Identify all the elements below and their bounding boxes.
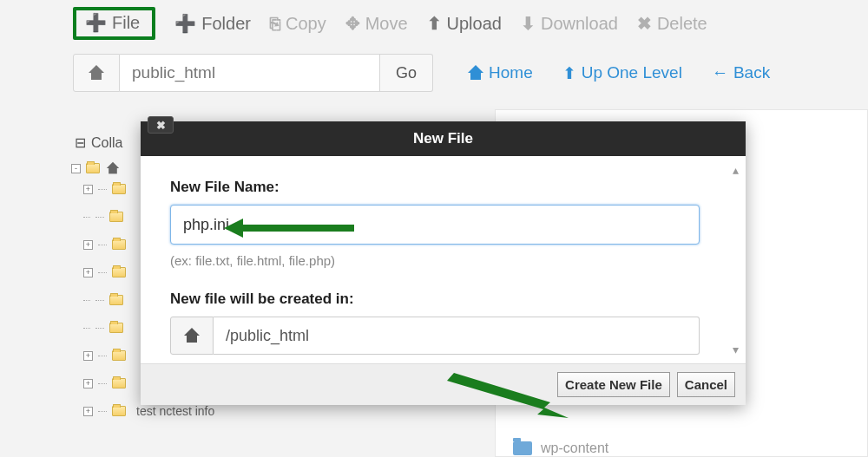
path-input[interactable] xyxy=(120,54,380,92)
upload-button[interactable]: ⬆ Upload xyxy=(427,13,502,34)
home-icon xyxy=(184,329,200,343)
download-icon: ⬇ xyxy=(521,13,536,34)
file-name-hint: (ex: file.txt, file.html, file.php) xyxy=(170,253,716,268)
folder-icon xyxy=(112,184,126,194)
download-button-label: Download xyxy=(541,14,618,34)
folder-button-label: Folder xyxy=(201,14,251,34)
top-toolbar: ➕ File ➕ Folder ⎘ Copy ✥ Move ⬆ Upload ⬇… xyxy=(0,0,868,54)
close-icon: ✖ xyxy=(156,119,166,132)
copy-icon: ⎘ xyxy=(270,14,280,34)
nav-home-link[interactable]: Home xyxy=(468,63,533,82)
folder-icon xyxy=(109,212,123,222)
delete-button-label: Delete xyxy=(657,14,707,34)
copy-button[interactable]: ⎘ Copy xyxy=(270,14,326,34)
nav-back-link[interactable]: ← Back xyxy=(712,63,770,82)
expand-toggle-icon[interactable]: - xyxy=(71,164,81,173)
plus-icon: ➕ xyxy=(85,12,107,33)
go-button[interactable]: Go xyxy=(380,54,433,92)
location-home-button[interactable] xyxy=(170,317,214,355)
file-button-highlight: ➕ File xyxy=(73,7,155,40)
file-button[interactable]: ➕ File xyxy=(85,12,140,33)
list-item[interactable]: wp-content xyxy=(513,441,608,456)
expand-toggle-icon[interactable]: + xyxy=(83,268,93,277)
home-icon xyxy=(89,66,104,80)
upload-button-label: Upload xyxy=(447,14,502,34)
folder-icon xyxy=(112,406,126,416)
close-button[interactable]: ✖ xyxy=(148,116,174,134)
scroll-up-icon[interactable]: ▴ xyxy=(733,163,739,177)
arrow-up-icon: ⬆ xyxy=(562,63,576,83)
new-file-dialog: ✖ New File ▴ New File Name: (ex: file.tx… xyxy=(141,121,746,405)
expand-toggle-icon[interactable]: + xyxy=(83,351,93,361)
move-button-label: Move xyxy=(365,14,408,34)
nav-up-label: Up One Level xyxy=(582,63,682,82)
location-row: /public_html xyxy=(170,317,716,355)
folder-icon xyxy=(112,378,126,388)
folder-icon xyxy=(112,267,126,277)
location-path: /public_html xyxy=(214,317,700,355)
dialog-footer: Create New File Cancel xyxy=(141,363,746,405)
cancel-button[interactable]: Cancel xyxy=(677,372,735,397)
folder-icon xyxy=(112,239,126,250)
path-home-button[interactable] xyxy=(73,54,120,92)
list-item-label: wp-content xyxy=(541,441,608,456)
path-bar: Go Home ⬆ Up One Level ← Back xyxy=(0,54,868,106)
scroll-down-icon[interactable]: ▾ xyxy=(733,343,739,356)
dialog-title: New File xyxy=(413,130,473,147)
move-button[interactable]: ✥ Move xyxy=(345,13,408,34)
collapse-icon: ⊟ xyxy=(75,134,86,151)
file-name-label: New File Name: xyxy=(170,179,716,196)
create-new-file-button[interactable]: Create New File xyxy=(557,372,670,397)
location-label: New file will be created in: xyxy=(170,291,716,308)
nav-back-label: Back xyxy=(733,63,770,82)
nav-links: Home ⬆ Up One Level ← Back xyxy=(468,54,770,92)
upload-icon: ⬆ xyxy=(427,13,442,34)
home-icon xyxy=(468,66,483,80)
folder-icon xyxy=(109,295,123,305)
file-button-label: File xyxy=(112,13,140,33)
delete-icon: ✖ xyxy=(637,13,652,34)
folder-icon xyxy=(112,350,126,361)
expand-toggle-icon[interactable]: + xyxy=(83,407,93,416)
move-icon: ✥ xyxy=(345,13,360,34)
expand-toggle-icon[interactable]: + xyxy=(83,240,93,250)
dialog-body: ▴ New File Name: (ex: file.txt, file.htm… xyxy=(141,156,746,363)
copy-button-label: Copy xyxy=(286,14,326,34)
file-name-input[interactable] xyxy=(170,205,700,245)
expand-toggle-icon[interactable]: + xyxy=(83,379,93,388)
dialog-titlebar: ✖ New File xyxy=(141,121,746,156)
folder-icon xyxy=(86,163,100,173)
plus-icon: ➕ xyxy=(174,13,196,34)
home-icon xyxy=(107,163,119,174)
nav-up-link[interactable]: ⬆ Up One Level xyxy=(562,63,682,83)
delete-button[interactable]: ✖ Delete xyxy=(637,13,707,34)
folder-icon xyxy=(109,323,123,333)
arrow-left-icon: ← xyxy=(712,63,728,82)
folder-icon xyxy=(513,441,532,455)
download-button[interactable]: ⬇ Download xyxy=(521,13,618,34)
expand-toggle-icon[interactable]: + xyxy=(83,185,93,194)
tree-item-label: test nctest info xyxy=(136,404,214,418)
collapse-label: Colla xyxy=(91,135,122,151)
nav-home-label: Home xyxy=(489,63,533,82)
folder-button[interactable]: ➕ Folder xyxy=(174,13,251,34)
